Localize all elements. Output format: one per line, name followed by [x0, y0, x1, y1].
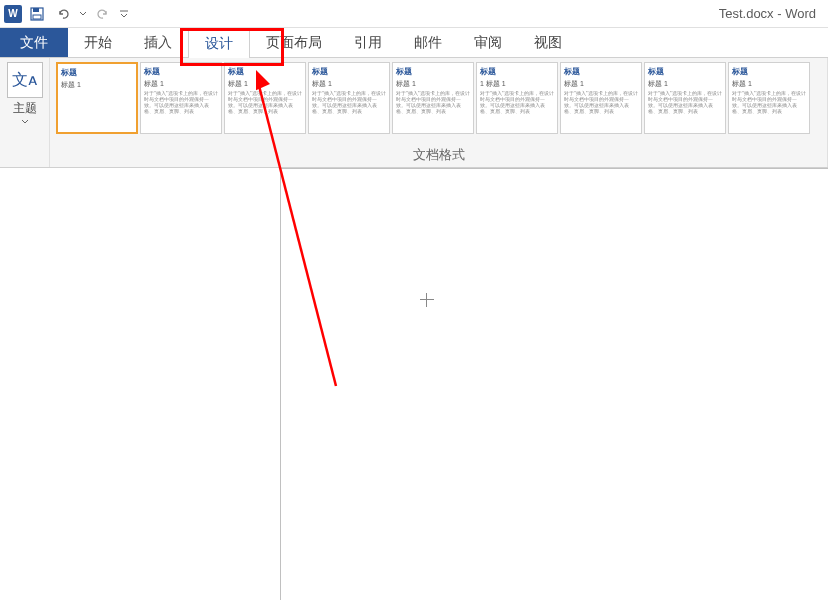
tab-review[interactable]: 审阅 — [458, 28, 518, 57]
titlebar: W Test.docx - Word — [0, 0, 828, 28]
tab-home[interactable]: 开始 — [68, 28, 128, 57]
qat-customize-dropdown[interactable] — [118, 3, 130, 25]
style-gallery-item[interactable]: 标题 标题 1 对于"插入"选项卡上的库，在设计时与文档中项目的外观保持一致。可… — [644, 62, 726, 134]
word-app-icon: W — [4, 5, 22, 23]
style-gallery-item[interactable]: 标题 标题 1 对于"插入"选项卡上的库，在设计时与文档中项目的外观保持一致。可… — [560, 62, 642, 134]
tab-layout[interactable]: 页面布局 — [250, 28, 338, 57]
document-formatting-label: 文档格式 — [56, 134, 821, 165]
themes-label: 主题 — [13, 100, 37, 117]
save-button[interactable] — [26, 3, 48, 25]
document-page[interactable] — [280, 168, 828, 600]
text-cursor-icon — [416, 299, 438, 321]
svg-rect-2 — [33, 15, 41, 19]
themes-group: 文ᴀ 主题 — [0, 58, 50, 167]
quick-access-toolbar: W — [4, 3, 130, 25]
tab-view[interactable]: 视图 — [518, 28, 578, 57]
tab-design[interactable]: 设计 — [188, 28, 250, 58]
undo-dropdown[interactable] — [78, 3, 88, 25]
style-gallery: 标题 标题 1 标题 标题 1 对于"插入"选项卡上的库，在设计时与文档中项目的… — [56, 62, 821, 134]
tab-file[interactable]: 文件 — [0, 28, 68, 57]
style-gallery-item[interactable]: 标题 标题 1 — [56, 62, 138, 134]
ribbon-tabs: 文件 开始 插入 设计 页面布局 引用 邮件 审阅 视图 — [0, 28, 828, 58]
tab-references[interactable]: 引用 — [338, 28, 398, 57]
themes-button[interactable]: 文ᴀ — [7, 62, 43, 98]
tab-insert[interactable]: 插入 — [128, 28, 188, 57]
style-gallery-item[interactable]: 标题 标题 1 对于"插入"选项卡上的库，在设计时与文档中项目的外观保持一致。可… — [140, 62, 222, 134]
themes-dropdown-icon[interactable] — [21, 119, 29, 125]
ribbon: 文ᴀ 主题 标题 标题 1 标题 标题 1 对于"插入"选项卡上的库，在设计时与… — [0, 58, 828, 168]
document-formatting-group: 标题 标题 1 标题 标题 1 对于"插入"选项卡上的库，在设计时与文档中项目的… — [50, 58, 828, 167]
tab-mailings[interactable]: 邮件 — [398, 28, 458, 57]
style-gallery-item[interactable]: 标题 标题 1 对于"插入"选项卡上的库，在设计时与文档中项目的外观保持一致。可… — [308, 62, 390, 134]
redo-button[interactable] — [92, 3, 114, 25]
style-gallery-item[interactable]: 标题 标题 1 对于"插入"选项卡上的库，在设计时与文档中项目的外观保持一致。可… — [224, 62, 306, 134]
window-title: Test.docx - Word — [130, 6, 824, 21]
style-gallery-item[interactable]: 标题 标题 1 对于"插入"选项卡上的库，在设计时与文档中项目的外观保持一致。可… — [728, 62, 810, 134]
style-gallery-item[interactable]: 标题 1 标题 1 对于"插入"选项卡上的库，在设计时与文档中项目的外观保持一致… — [476, 62, 558, 134]
svg-rect-1 — [33, 8, 39, 12]
themes-icon-glyph: 文ᴀ — [12, 70, 37, 91]
undo-button[interactable] — [52, 3, 74, 25]
style-gallery-item[interactable]: 标题 标题 1 对于"插入"选项卡上的库，在设计时与文档中项目的外观保持一致。可… — [392, 62, 474, 134]
